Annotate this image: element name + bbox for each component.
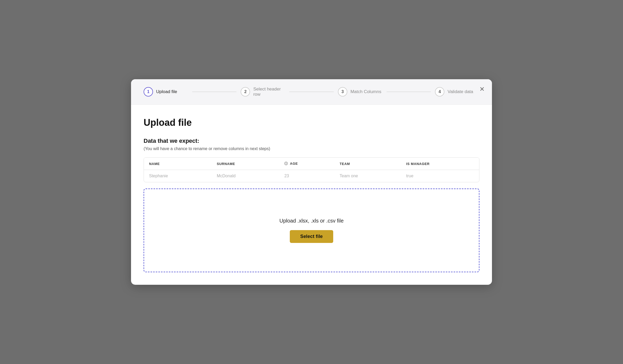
dropzone-text: Upload .xlsx, .xls or .csv file: [279, 218, 344, 224]
close-button[interactable]: ✕: [477, 84, 487, 94]
step-3-label: Match Columns: [350, 89, 381, 94]
col-header-is-manager: IS MANAGER: [401, 158, 479, 170]
step-1: 1 Upload file: [144, 87, 188, 96]
cell-surname: McDonald: [212, 170, 279, 182]
step-4: 4 Validate data: [435, 87, 479, 96]
section-subtitle: (You will have a chance to rename or rem…: [144, 146, 479, 151]
step-1-label: Upload file: [156, 89, 177, 94]
step-line-1: [192, 92, 237, 92]
stepper: 1 Upload file 2 Select header row 3 Matc…: [131, 79, 492, 105]
col-header-age: ⓘ AGE: [279, 158, 334, 170]
table-row: Stephanie McDonald 23 Team one true: [144, 170, 479, 182]
step-4-number: 4: [435, 87, 444, 96]
cell-is-manager: true: [401, 170, 479, 182]
step-3-number: 3: [338, 87, 347, 96]
cell-age: 23: [279, 170, 334, 182]
preview-table-wrapper: NAME SURNAME ⓘ AGE TEAM: [144, 157, 479, 182]
page-title: Upload file: [144, 117, 479, 128]
col-header-team: TEAM: [334, 158, 401, 170]
step-2-number: 2: [241, 87, 250, 96]
step-2-label: Select header row: [253, 87, 285, 97]
step-3: 3 Match Columns: [338, 87, 382, 96]
select-file-button[interactable]: Select file: [290, 230, 333, 243]
table-header-row: NAME SURNAME ⓘ AGE TEAM: [144, 158, 479, 170]
step-line-3: [387, 92, 431, 92]
step-1-number: 1: [144, 87, 153, 96]
col-header-name: NAME: [144, 158, 212, 170]
info-icon: ⓘ: [284, 161, 288, 166]
cell-name: Stephanie: [144, 170, 212, 182]
step-4-label: Validate data: [448, 89, 473, 94]
section-title: Data that we expect:: [144, 138, 479, 144]
col-header-surname: SURNAME: [212, 158, 279, 170]
step-line-2: [289, 92, 334, 92]
step-2: 2 Select header row: [241, 87, 285, 97]
content-area: Upload file Data that we expect: (You wi…: [131, 105, 492, 285]
preview-table: NAME SURNAME ⓘ AGE TEAM: [144, 158, 479, 182]
file-dropzone[interactable]: Upload .xlsx, .xls or .csv file Select f…: [144, 189, 479, 272]
cell-team: Team one: [334, 170, 401, 182]
